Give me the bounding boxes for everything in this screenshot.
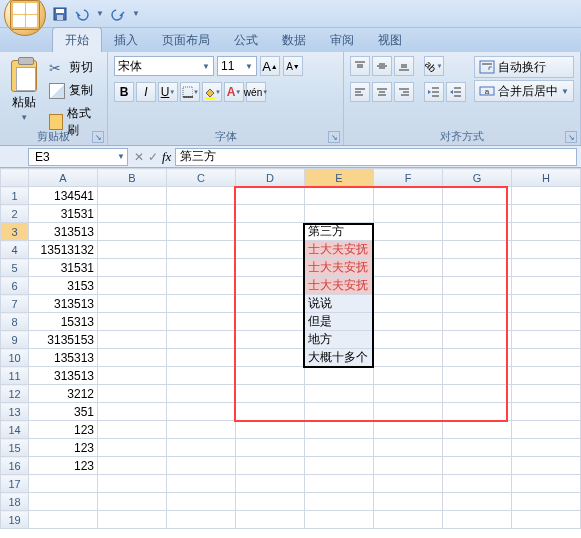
cell-F11[interactable] <box>374 367 443 385</box>
cell-A17[interactable] <box>29 475 98 493</box>
cell-G9[interactable] <box>443 331 512 349</box>
cell-E15[interactable] <box>305 439 374 457</box>
align-middle-button[interactable] <box>372 56 392 76</box>
tab-data[interactable]: 数据 <box>270 28 318 52</box>
cell-G2[interactable] <box>443 205 512 223</box>
cell-C7[interactable] <box>167 295 236 313</box>
cell-E12[interactable] <box>305 385 374 403</box>
cell-B13[interactable] <box>98 403 167 421</box>
cell-H5[interactable] <box>512 259 581 277</box>
cell-B17[interactable] <box>98 475 167 493</box>
formula-input[interactable]: 第三方 <box>175 148 577 166</box>
align-right-button[interactable] <box>394 82 414 102</box>
cell-H9[interactable] <box>512 331 581 349</box>
cell-B18[interactable] <box>98 493 167 511</box>
shrink-font-button[interactable]: A▼ <box>283 56 303 76</box>
cell-F1[interactable] <box>374 187 443 205</box>
cell-H17[interactable] <box>512 475 581 493</box>
cell-C13[interactable] <box>167 403 236 421</box>
align-left-button[interactable] <box>350 82 370 102</box>
row-header-5[interactable]: 5 <box>1 259 29 277</box>
cell-F4[interactable] <box>374 241 443 259</box>
cell-C19[interactable] <box>167 511 236 529</box>
cell-H15[interactable] <box>512 439 581 457</box>
cell-E2[interactable] <box>305 205 374 223</box>
row-header-18[interactable]: 18 <box>1 493 29 511</box>
cell-D17[interactable] <box>236 475 305 493</box>
row-header-1[interactable]: 1 <box>1 187 29 205</box>
cell-B1[interactable] <box>98 187 167 205</box>
cell-F19[interactable] <box>374 511 443 529</box>
cell-D18[interactable] <box>236 493 305 511</box>
cell-A5[interactable]: 31531 <box>29 259 98 277</box>
undo-dropdown-icon[interactable]: ▼ <box>96 9 104 18</box>
cell-D1[interactable] <box>236 187 305 205</box>
fx-icon[interactable]: fx <box>162 149 171 165</box>
cell-D3[interactable] <box>236 223 305 241</box>
row-header-8[interactable]: 8 <box>1 313 29 331</box>
cell-G8[interactable] <box>443 313 512 331</box>
font-color-button[interactable]: A ▼ <box>224 82 244 102</box>
cell-F3[interactable] <box>374 223 443 241</box>
cell-F14[interactable] <box>374 421 443 439</box>
cell-A11[interactable]: 313513 <box>29 367 98 385</box>
cell-B15[interactable] <box>98 439 167 457</box>
cell-B9[interactable] <box>98 331 167 349</box>
col-header-B[interactable]: B <box>98 169 167 187</box>
cell-C16[interactable] <box>167 457 236 475</box>
cell-C8[interactable] <box>167 313 236 331</box>
decrease-indent-button[interactable] <box>424 82 444 102</box>
cancel-icon[interactable]: ✕ <box>134 150 144 164</box>
underline-button[interactable]: U▼ <box>158 82 178 102</box>
cell-E9[interactable]: 地方 <box>305 331 374 349</box>
tab-view[interactable]: 视图 <box>366 28 414 52</box>
tab-home[interactable]: 开始 <box>52 27 102 52</box>
cell-C4[interactable] <box>167 241 236 259</box>
cell-E14[interactable] <box>305 421 374 439</box>
cell-B3[interactable] <box>98 223 167 241</box>
row-header-14[interactable]: 14 <box>1 421 29 439</box>
cell-C15[interactable] <box>167 439 236 457</box>
cell-H6[interactable] <box>512 277 581 295</box>
cell-H18[interactable] <box>512 493 581 511</box>
cell-G6[interactable] <box>443 277 512 295</box>
row-header-9[interactable]: 9 <box>1 331 29 349</box>
cell-H2[interactable] <box>512 205 581 223</box>
row-header-2[interactable]: 2 <box>1 205 29 223</box>
cell-B19[interactable] <box>98 511 167 529</box>
cell-C12[interactable] <box>167 385 236 403</box>
cell-A10[interactable]: 135313 <box>29 349 98 367</box>
cell-H13[interactable] <box>512 403 581 421</box>
paste-dropdown-icon[interactable]: ▼ <box>20 113 28 122</box>
cell-B11[interactable] <box>98 367 167 385</box>
cell-H8[interactable] <box>512 313 581 331</box>
row-header-17[interactable]: 17 <box>1 475 29 493</box>
cell-G5[interactable] <box>443 259 512 277</box>
cell-H3[interactable] <box>512 223 581 241</box>
cell-D6[interactable] <box>236 277 305 295</box>
cell-C17[interactable] <box>167 475 236 493</box>
row-header-4[interactable]: 4 <box>1 241 29 259</box>
cell-D15[interactable] <box>236 439 305 457</box>
bold-button[interactable]: B <box>114 82 134 102</box>
cell-E6[interactable]: 士大夫安抚 <box>305 277 374 295</box>
row-header-12[interactable]: 12 <box>1 385 29 403</box>
copy-button[interactable]: 复制 <box>47 81 101 100</box>
cell-A12[interactable]: 3212 <box>29 385 98 403</box>
cell-G19[interactable] <box>443 511 512 529</box>
col-header-A[interactable]: A <box>29 169 98 187</box>
cell-A13[interactable]: 351 <box>29 403 98 421</box>
col-header-C[interactable]: C <box>167 169 236 187</box>
cell-H10[interactable] <box>512 349 581 367</box>
cell-C3[interactable] <box>167 223 236 241</box>
tab-layout[interactable]: 页面布局 <box>150 28 222 52</box>
cell-G10[interactable] <box>443 349 512 367</box>
align-center-button[interactable] <box>372 82 392 102</box>
cell-G18[interactable] <box>443 493 512 511</box>
cell-B6[interactable] <box>98 277 167 295</box>
cell-C6[interactable] <box>167 277 236 295</box>
row-header-16[interactable]: 16 <box>1 457 29 475</box>
cell-D11[interactable] <box>236 367 305 385</box>
cell-D14[interactable] <box>236 421 305 439</box>
redo-icon[interactable] <box>110 6 126 22</box>
